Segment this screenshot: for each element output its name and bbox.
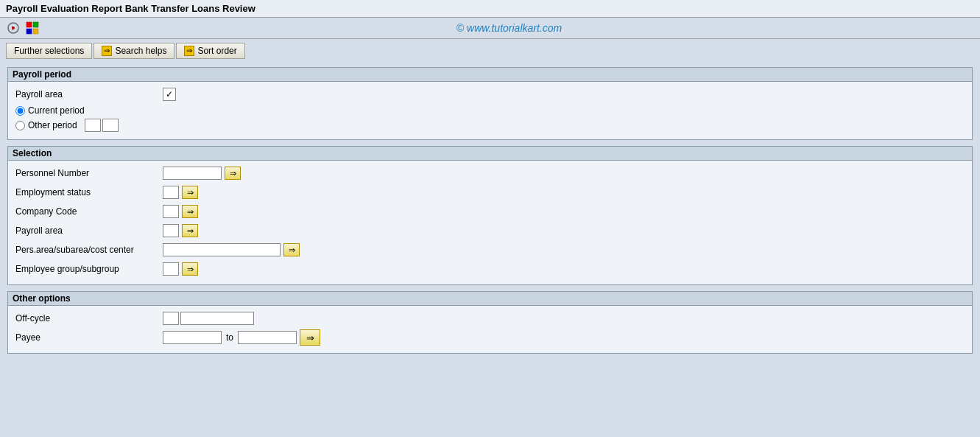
page-title: Payroll Evaluation Report Bank Transfer … — [6, 3, 255, 14]
further-selections-button[interactable]: Further selections — [6, 43, 92, 59]
current-period-row: Current period — [15, 105, 965, 116]
payee-label: Payee — [15, 332, 163, 343]
other-options-section: Other options Off-cycle Payee to ⇒ — [7, 291, 973, 354]
payroll-area-label: Payroll area — [15, 89, 163, 99]
payroll-period-section: Payroll period Payroll area ✓ Current pe… — [7, 67, 973, 140]
other-period-input2[interactable] — [102, 119, 119, 132]
personnel-number-label: Personnel Number — [15, 168, 163, 178]
personnel-number-arrow-button[interactable]: ⇒ — [225, 167, 241, 180]
svg-rect-4 — [27, 29, 32, 34]
employment-status-row: Employment status ⇒ — [15, 184, 965, 200]
pers-area-arrow-button[interactable]: ⇒ — [283, 243, 300, 256]
main-content: Payroll period Payroll area ✓ Current pe… — [0, 63, 980, 364]
payroll-period-header: Payroll period — [8, 68, 972, 82]
personnel-number-input[interactable] — [163, 167, 222, 180]
svg-point-1 — [12, 27, 15, 29]
pers-area-label: Pers.area/subarea/cost center — [15, 245, 163, 255]
payroll-area-sel-label: Payroll area — [15, 226, 163, 236]
payee-row: Payee to ⇒ — [15, 329, 965, 346]
payroll-area-sel-arrow-button[interactable]: ⇒ — [182, 224, 198, 237]
off-cycle-input1[interactable] — [163, 312, 179, 325]
other-period-label: Other period — [28, 120, 77, 130]
button-bar: Further selections ⇒ Search helps ⇒ Sort… — [0, 39, 980, 63]
grid-icon[interactable] — [25, 21, 40, 35]
other-period-input1[interactable] — [85, 119, 101, 132]
sort-order-arrow-icon: ⇒ — [184, 46, 194, 56]
employment-status-input[interactable] — [163, 186, 179, 199]
further-selections-label: Further selections — [14, 46, 84, 56]
search-helps-label: Search helps — [115, 46, 166, 56]
title-bar: Payroll Evaluation Report Bank Transfer … — [0, 0, 980, 18]
sort-order-label: Sort order — [197, 46, 236, 56]
payroll-area-row: Payroll area ✓ — [15, 86, 965, 102]
other-period-radio[interactable] — [15, 121, 25, 130]
svg-rect-5 — [33, 29, 38, 34]
employee-group-input[interactable] — [163, 262, 179, 276]
sort-order-button[interactable]: ⇒ Sort order — [176, 43, 244, 59]
off-cycle-label: Off-cycle — [15, 313, 163, 324]
other-options-header: Other options — [8, 292, 972, 306]
payroll-area-sel-input[interactable] — [163, 224, 179, 237]
selection-body: Personnel Number ⇒ Employment status ⇒ C… — [8, 161, 972, 284]
watermark: © www.tutorialkart.com — [44, 22, 974, 34]
employment-status-label: Employment status — [15, 187, 163, 197]
selection-section: Selection Personnel Number ⇒ Employment … — [7, 146, 973, 285]
pers-area-row: Pers.area/subarea/cost center ⇒ — [15, 242, 965, 258]
other-period-row: Other period — [15, 119, 965, 132]
payee-arrow-button[interactable]: ⇒ — [300, 329, 320, 346]
employee-group-row: Employee group/subgroup ⇒ — [15, 261, 965, 277]
employee-group-label: Employee group/subgroup — [15, 264, 163, 274]
toolbar: © www.tutorialkart.com — [0, 18, 980, 39]
payroll-area-sel-row: Payroll area ⇒ — [15, 223, 965, 239]
off-cycle-row: Off-cycle — [15, 310, 965, 326]
employee-group-arrow-button[interactable]: ⇒ — [182, 262, 198, 276]
payroll-period-body: Payroll area ✓ Current period Other peri… — [8, 82, 972, 139]
current-period-label: Current period — [28, 105, 85, 116]
company-code-arrow-button[interactable]: ⇒ — [182, 205, 198, 218]
employment-status-arrow-button[interactable]: ⇒ — [182, 186, 198, 199]
current-period-radio[interactable] — [15, 106, 25, 116]
payee-from-input[interactable] — [163, 331, 222, 344]
company-code-label: Company Code — [15, 206, 163, 217]
svg-rect-3 — [33, 22, 38, 27]
payee-to-input[interactable] — [238, 331, 297, 344]
payroll-area-checkbox[interactable]: ✓ — [163, 88, 176, 101]
selection-header: Selection — [8, 147, 972, 161]
navigate-back-icon[interactable] — [6, 21, 21, 35]
svg-rect-2 — [27, 22, 32, 27]
search-helps-arrow-icon: ⇒ — [102, 46, 112, 56]
off-cycle-inputs — [163, 312, 254, 325]
company-code-input[interactable] — [163, 205, 179, 218]
other-options-body: Off-cycle Payee to ⇒ — [8, 306, 972, 353]
company-code-row: Company Code ⇒ — [15, 203, 965, 220]
to-label: to — [226, 332, 233, 343]
search-helps-button[interactable]: ⇒ Search helps — [94, 43, 175, 59]
off-cycle-input2[interactable] — [180, 312, 254, 325]
pers-area-input[interactable] — [163, 243, 281, 256]
personnel-number-row: Personnel Number ⇒ — [15, 165, 965, 181]
